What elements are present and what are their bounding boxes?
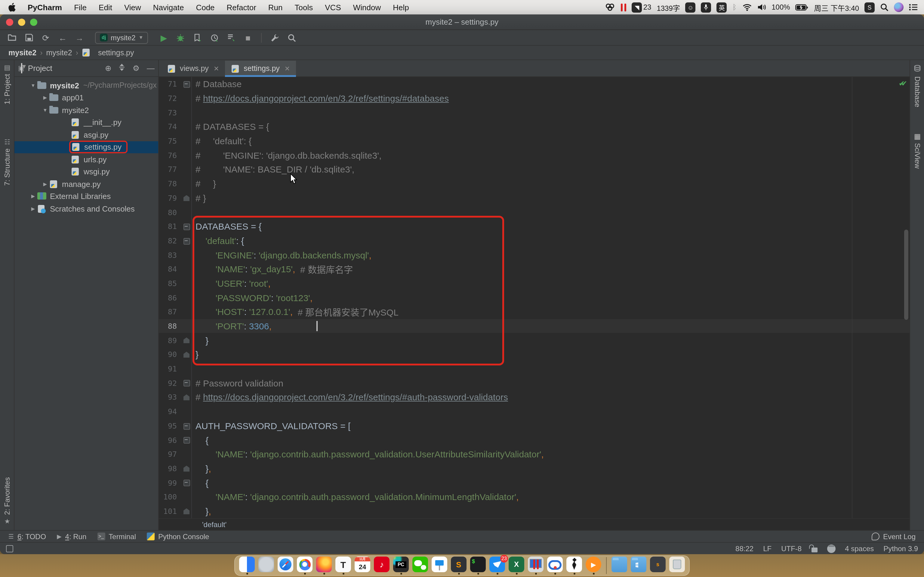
volume-icon[interactable] xyxy=(757,3,766,11)
menu-item-navigate[interactable]: Navigate xyxy=(147,3,190,12)
tool-window-database-button[interactable]: Database xyxy=(910,65,924,107)
python-interpreter[interactable]: Python 3.9 xyxy=(884,544,918,553)
collapse-all-icon[interactable] xyxy=(119,64,125,73)
code-line[interactable]: 72# https://docs.djangoproject.com/en/3.… xyxy=(159,91,909,105)
menu-item-file[interactable]: File xyxy=(68,3,93,12)
menu-item-edit[interactable]: Edit xyxy=(93,3,118,12)
menu-item-view[interactable]: View xyxy=(118,3,147,12)
code-line[interactable]: 73 xyxy=(159,105,909,119)
fold-collapse-icon[interactable] xyxy=(183,419,191,433)
tool-window-switcher-icon[interactable] xyxy=(6,545,13,552)
hide-panel-icon[interactable]: — xyxy=(147,64,155,73)
code-line[interactable]: 79# } xyxy=(159,191,909,205)
code-line[interactable]: 97 'NAME': 'django.contrib.auth.password… xyxy=(159,447,909,461)
run-button[interactable]: ▶ xyxy=(157,32,171,44)
menu-item-refactor[interactable]: Refactor xyxy=(221,3,262,12)
forward-icon[interactable]: → xyxy=(72,32,87,44)
run-with-options-button[interactable] xyxy=(224,32,239,44)
fold-collapse-icon[interactable] xyxy=(183,433,191,447)
spotlight-icon[interactable] xyxy=(880,3,888,11)
tab-settings-py[interactable]: settings.py✕ xyxy=(225,61,296,76)
control-center-icon[interactable] xyxy=(909,3,918,11)
dock-app-keynote[interactable] xyxy=(431,556,448,575)
code-line[interactable]: 95AUTH_PASSWORD_VALIDATORS = [ xyxy=(159,419,909,433)
code-line[interactable]: 82 'default': { xyxy=(159,234,909,248)
dock-app-darkfile[interactable]: s xyxy=(649,556,666,575)
apple-icon[interactable] xyxy=(8,2,17,12)
fold-collapse-icon[interactable] xyxy=(183,234,191,248)
bluetooth-icon[interactable]: ᛒ xyxy=(732,3,737,11)
inspections-profile-icon[interactable] xyxy=(827,544,835,553)
stop-button[interactable]: ■ xyxy=(241,32,255,44)
tree-arrow-icon[interactable]: ▶ xyxy=(41,182,49,187)
tree-item-wsgi-py[interactable]: wsgi.py xyxy=(15,166,158,178)
notification-app-icon[interactable]: ◥ 23 xyxy=(632,2,651,12)
run-configuration-select[interactable]: dj mysite2 ▼ xyxy=(95,32,148,44)
caret-position[interactable]: 88:22 xyxy=(735,544,753,553)
recording-pause-icon[interactable] xyxy=(621,3,627,11)
menu-item-help[interactable]: Help xyxy=(387,3,415,12)
tool-window-structure-button[interactable]: ☷ 7: Structure xyxy=(0,138,15,186)
dock-app-excel[interactable]: X xyxy=(508,556,525,575)
fold-end-icon[interactable] xyxy=(183,504,191,518)
tree-item-app01[interactable]: ▶app01 xyxy=(15,92,158,104)
tree-item-asgi-py[interactable]: asgi.py xyxy=(15,129,158,141)
code-line[interactable]: 86 'PASSWORD': 'root123', xyxy=(159,291,909,305)
wifi-icon[interactable] xyxy=(742,3,752,11)
breadcrumb-file[interactable]: settings.py xyxy=(98,48,134,57)
tool-window-project-button[interactable]: ▤ 1: Project xyxy=(0,64,15,104)
dock-app-baidu[interactable] xyxy=(546,556,563,575)
code-line[interactable]: 96 { xyxy=(159,433,909,447)
menu-item-window[interactable]: Window xyxy=(347,3,387,12)
fold-collapse-icon[interactable] xyxy=(183,77,191,91)
menu-item-code[interactable]: Code xyxy=(190,3,220,12)
code-line[interactable]: 83 'ENGINE': 'django.db.backends.mysql', xyxy=(159,248,909,262)
file-encoding[interactable]: UTF-8 xyxy=(781,544,801,553)
fold-end-icon[interactable] xyxy=(183,390,191,404)
tab-views-py[interactable]: views.py✕ xyxy=(161,61,225,76)
inspection-ok-icon[interactable]: ✔✔ xyxy=(899,79,903,88)
code-line[interactable]: 93# https://docs.djangoproject.com/en/3.… xyxy=(159,390,909,404)
dock-app-calendar[interactable]: 11月24 xyxy=(354,556,371,575)
code-line[interactable]: 89 } xyxy=(159,333,909,347)
tool-window-favorites-button[interactable]: 2: Favorites ★ xyxy=(0,477,15,525)
tree-arrow-icon[interactable]: ▼ xyxy=(29,83,37,89)
breadcrumb-package[interactable]: mysite2 xyxy=(46,48,72,57)
tree-arrow-icon[interactable]: ▶ xyxy=(29,206,37,211)
dock-app-folder2[interactable] xyxy=(630,556,647,575)
unlock-icon[interactable] xyxy=(811,547,817,552)
microphone-icon[interactable] xyxy=(701,2,711,12)
editor-scrollbar[interactable] xyxy=(904,230,908,320)
menu-clock[interactable]: 周三 下午3:40 xyxy=(814,2,859,12)
line-separator[interactable]: LF xyxy=(763,544,772,553)
tree-arrow-icon[interactable]: ▼ xyxy=(41,108,49,113)
dock-app-video[interactable]: ▶ xyxy=(585,556,602,575)
menu-item-run[interactable]: Run xyxy=(262,3,289,12)
code-line[interactable]: 71# Database xyxy=(159,77,909,91)
back-icon[interactable]: ← xyxy=(55,32,70,44)
code-line[interactable]: 78# } xyxy=(159,177,909,191)
debug-button[interactable] xyxy=(174,32,188,44)
code-line[interactable]: 81DATABASES = { xyxy=(159,219,909,234)
fold-collapse-icon[interactable] xyxy=(183,476,191,490)
code-line[interactable]: 77# 'NAME': BASE_DIR / 'db.sqlite3', xyxy=(159,162,909,176)
fold-end-icon[interactable] xyxy=(183,191,191,205)
menu-item-vcs[interactable]: VCS xyxy=(319,3,347,12)
siri-icon[interactable] xyxy=(894,2,903,12)
code-line[interactable]: 91 xyxy=(159,362,909,376)
coverage-button[interactable] xyxy=(191,32,205,44)
code-line[interactable]: 92# Password validation xyxy=(159,376,909,390)
dock-app-netease[interactable]: ♪ xyxy=(373,556,390,575)
fold-collapse-icon[interactable] xyxy=(183,376,191,390)
dock-app-sublime[interactable]: S xyxy=(450,556,467,575)
wrench-icon[interactable] xyxy=(268,32,283,44)
editor[interactable]: 71# Database72# https://docs.djangoproje… xyxy=(159,77,909,518)
indent-setting[interactable]: 4 spaces xyxy=(845,544,874,553)
code-line[interactable]: 88 'PORT': 3306, xyxy=(159,319,909,333)
dock-app-finder[interactable] xyxy=(239,556,255,575)
menu-item-pycharm[interactable]: PyCharm xyxy=(22,3,68,12)
dock-app-safari[interactable] xyxy=(277,556,294,575)
tree-item-mysite2[interactable]: ▼mysite2 xyxy=(15,104,158,116)
tree-arrow-icon[interactable]: ▶ xyxy=(29,194,37,199)
tree-item-settings-py[interactable]: settings.py xyxy=(15,141,158,153)
